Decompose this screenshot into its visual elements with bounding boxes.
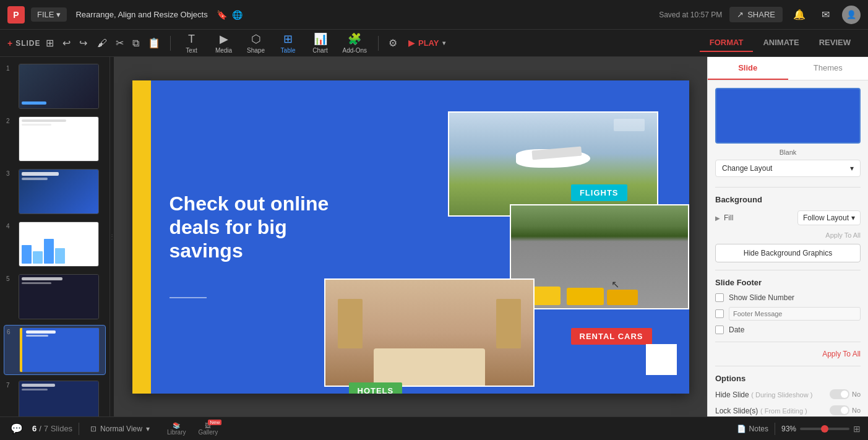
- notes-label: Notes: [749, 425, 768, 433]
- text-tool-button[interactable]: T Text: [177, 30, 207, 56]
- background-section-title: Background: [715, 195, 861, 204]
- addons-tool-button[interactable]: 🧩 Add-Ons: [338, 30, 372, 56]
- bottom-divider-1: [79, 423, 79, 435]
- page-separator: /: [39, 424, 41, 433]
- normal-view-button[interactable]: ⊡ Normal View ▾: [85, 423, 155, 435]
- flights-label-tag: FLIGHTS: [571, 184, 627, 201]
- table-tool-button[interactable]: ⊞ Table: [273, 30, 303, 56]
- slide-thumbnail-4[interactable]: 4: [4, 220, 106, 269]
- slide-thumbnail-3[interactable]: 3: [4, 167, 106, 216]
- text-icon: T: [188, 33, 195, 46]
- animate-tab[interactable]: ANIMATE: [753, 34, 809, 52]
- edit-controls-group: 🖌 ✂ ⧉ 📋: [93, 35, 164, 51]
- play-button[interactable]: ▶ PLAY ▾: [403, 36, 450, 50]
- library-gallery-group: 📚 Library New 🖼 Gallery: [161, 421, 224, 437]
- slide-preview-5: [19, 274, 99, 319]
- fill-label-text: Fill: [724, 214, 733, 222]
- date-label: Date: [729, 326, 744, 334]
- slide-thumbnail-1[interactable]: 1: [4, 62, 106, 111]
- copy-button[interactable]: ⧉: [129, 35, 143, 51]
- zoom-slider[interactable]: [800, 428, 849, 430]
- lock-slides-sublabel: ( From Editing ): [760, 407, 807, 415]
- cut-button[interactable]: ✂: [112, 35, 127, 51]
- slide-white-box: [646, 344, 677, 375]
- slide-yellow-accent-bar: [132, 80, 151, 394]
- library-button[interactable]: 📚 Library: [161, 421, 192, 437]
- document-title: Rearrange, Align and Resize Objects: [75, 10, 207, 19]
- shape-tool-button[interactable]: ⬡ Shape: [241, 30, 271, 56]
- file-menu-button[interactable]: FILE ▾: [31, 7, 67, 22]
- user-avatar[interactable]: 👤: [842, 6, 861, 24]
- view-icon: ⊡: [90, 425, 97, 433]
- slide-thumbnail-5[interactable]: 5: [4, 272, 106, 321]
- show-slide-number-checkbox[interactable]: [715, 293, 724, 302]
- globe-icon[interactable]: 🌐: [232, 10, 243, 20]
- format-paint-button[interactable]: 🖌: [93, 35, 111, 51]
- gallery-button[interactable]: New 🖼 Gallery: [192, 421, 225, 437]
- apply-to-all-red-link[interactable]: Apply To All: [715, 350, 861, 358]
- notifications-button[interactable]: 🔔: [790, 6, 809, 24]
- rental-cars-image-card[interactable]: [510, 204, 689, 309]
- hotels-image-card[interactable]: [324, 278, 535, 387]
- review-tab[interactable]: REVIEW: [809, 34, 861, 52]
- addons-label: Add-Ons: [343, 47, 367, 54]
- lock-slides-row: Lock Slide(s) ( From Editing ) No: [715, 405, 861, 415]
- panel-divider-4: [715, 366, 861, 366]
- options-section-title: Options: [715, 374, 861, 383]
- slide-footer-title: Slide Footer: [715, 278, 861, 287]
- format-tab[interactable]: FORMAT: [700, 34, 754, 52]
- slide-panel: 1 2 3: [0, 57, 110, 416]
- chart-tool-button[interactable]: 📊 Chart: [306, 30, 335, 56]
- saved-status: Saved at 10:57 PM: [659, 11, 722, 19]
- file-chevron: ▾: [56, 10, 61, 19]
- fill-caret-icon[interactable]: ▶: [715, 215, 720, 222]
- change-layout-button[interactable]: Change Layout ▾: [715, 160, 861, 177]
- slide-preview-7: [19, 381, 99, 416]
- paste-button[interactable]: 📋: [144, 35, 164, 51]
- options-section: Options Hide Slide ( During Slideshow ) …: [715, 374, 861, 415]
- lock-slides-toggle[interactable]: [830, 405, 849, 415]
- settings-button[interactable]: ⚙: [385, 35, 401, 51]
- hide-slide-toggle[interactable]: [830, 389, 849, 399]
- slide-preview-1: [19, 64, 99, 109]
- footer-message-checkbox[interactable]: [715, 309, 724, 318]
- tab-slide[interactable]: Slide: [708, 57, 788, 80]
- hide-background-graphics-button[interactable]: Hide Background Graphics: [715, 244, 861, 262]
- top-bar-right: Saved at 10:57 PM ↗ SHARE 🔔 ✉ 👤: [659, 6, 861, 24]
- main-layout: 1 2 3: [0, 57, 868, 416]
- change-layout-label: Change Layout: [722, 164, 772, 173]
- footer-message-row: [715, 307, 861, 321]
- slide-controls-group: + SLIDE ⊞ ↩ ↪: [7, 35, 91, 51]
- main-slide-canvas: Check out online deals for big savings: [132, 80, 689, 394]
- media-tool-button[interactable]: ▶ Media: [209, 30, 239, 56]
- date-checkbox[interactable]: [715, 326, 724, 334]
- tab-themes[interactable]: Themes: [788, 57, 869, 80]
- slide-thumbnail-6[interactable]: 6: [4, 325, 106, 375]
- text-label: Text: [186, 47, 197, 54]
- follow-layout-dropdown[interactable]: Follow Layout ▾: [797, 210, 861, 225]
- layout-section: Blank Change Layout ▾: [715, 88, 861, 177]
- slide-thumbnail-7[interactable]: 7: [4, 379, 106, 416]
- slide-canvas-area[interactable]: Check out online deals for big savings: [114, 57, 707, 416]
- slide-number-5: 5: [6, 274, 15, 282]
- slide-number-6: 6: [7, 327, 15, 335]
- bookmark-icon[interactable]: 🔖: [217, 10, 227, 20]
- share-button[interactable]: ↗ SHARE: [729, 7, 783, 22]
- zoom-fit-button[interactable]: ⊞: [853, 424, 861, 434]
- right-panel-tabs: Slide Themes: [708, 57, 868, 80]
- footer-message-input[interactable]: [729, 307, 861, 321]
- slide-number-1: 1: [6, 64, 15, 72]
- slide-number-2: 2: [6, 116, 15, 124]
- slide-thumbnail-2[interactable]: 2: [4, 114, 106, 163]
- undo-button[interactable]: ↩: [59, 35, 74, 51]
- bottom-bar: 💬 6 / 7 Slides ⊡ Normal View ▾ 📚 Library…: [0, 416, 868, 440]
- hide-slide-label-group: Hide Slide ( During Slideshow ): [715, 390, 812, 399]
- rental-cars-label-tag: RENTAL CARS: [571, 328, 652, 345]
- slide-layout-button[interactable]: ⊞: [42, 35, 58, 51]
- bottom-bar-right: 📄 Notes 93% ⊞: [737, 423, 861, 435]
- notes-button[interactable]: 📄 Notes: [737, 425, 768, 433]
- redo-button[interactable]: ↪: [75, 35, 91, 51]
- panel-divider-1: [715, 187, 861, 188]
- messages-button[interactable]: ✉: [816, 6, 835, 24]
- chat-button[interactable]: 💬: [7, 420, 26, 438]
